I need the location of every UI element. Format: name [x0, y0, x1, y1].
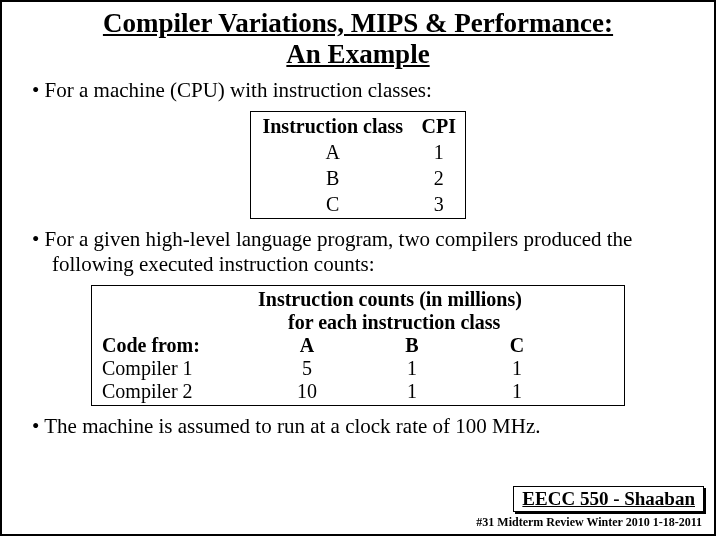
table-row: Compiler 1 5 1 1 [98, 357, 618, 380]
cell-class: B [253, 166, 412, 190]
cell-a: 10 [257, 380, 357, 403]
cell-c: 1 [467, 357, 567, 380]
counts-subheader-row: Code from: A B C [98, 334, 618, 357]
counts-header-sub: for each instruction class [98, 311, 618, 334]
col-a: A [257, 334, 357, 357]
bullet-3: The machine is assumed to run at a clock… [32, 414, 714, 439]
cell-c: 1 [467, 380, 567, 403]
cpi-header-class: Instruction class [253, 114, 412, 138]
row-label: Compiler 1 [98, 357, 257, 380]
counts-table: Instruction counts (in millions) for eac… [91, 285, 625, 406]
slide-title: Compiler Variations, MIPS & Performance:… [2, 8, 714, 70]
slide-number-note: #31 Midterm Review Winter 2010 1-18-2011 [476, 515, 702, 530]
table-row: B 2 [253, 166, 463, 190]
slide-frame: Compiler Variations, MIPS & Performance:… [0, 0, 716, 536]
code-from-label: Code from: [98, 334, 257, 357]
col-c: C [467, 334, 567, 357]
cell-class: A [253, 140, 412, 164]
cpi-table: Instruction class CPI A 1 B 2 C 3 [250, 111, 466, 219]
table-row: C 3 [253, 192, 463, 216]
cpi-header-cpi: CPI [414, 114, 463, 138]
cell-cpi: 3 [414, 192, 463, 216]
bullet-2: For a given high-level language program,… [32, 227, 714, 277]
table-row: Compiler 2 10 1 1 [98, 380, 618, 403]
table-row: A 1 [253, 140, 463, 164]
cell-cpi: 2 [414, 166, 463, 190]
col-b: B [357, 334, 467, 357]
bullet-1: For a machine (CPU) with instruction cla… [32, 78, 714, 103]
title-line1: Compiler Variations, MIPS & Performance: [103, 8, 613, 38]
row-label: Compiler 2 [98, 380, 257, 403]
counts-header-main: Instruction counts (in millions) [98, 288, 618, 311]
cell-cpi: 1 [414, 140, 463, 164]
cell-a: 5 [257, 357, 357, 380]
cell-class: C [253, 192, 412, 216]
title-line2: An Example [286, 39, 429, 69]
cell-b: 1 [357, 380, 467, 403]
cell-b: 1 [357, 357, 467, 380]
course-footer: EECC 550 - Shaaban [513, 486, 704, 512]
